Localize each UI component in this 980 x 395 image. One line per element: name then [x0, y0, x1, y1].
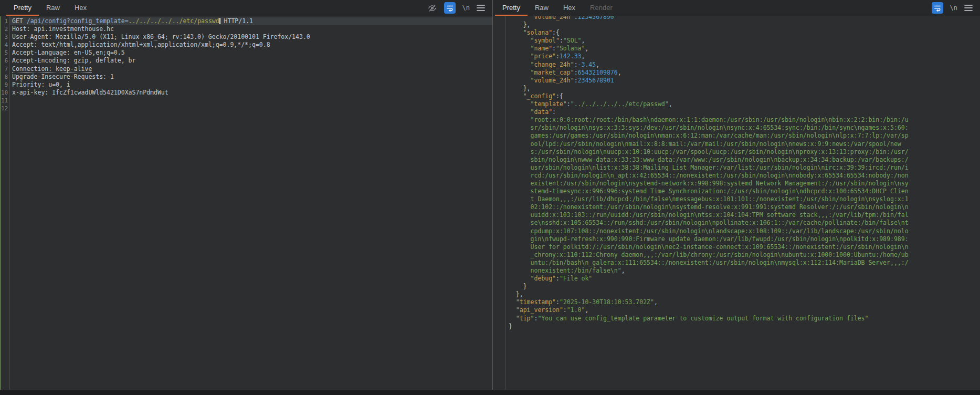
token: :	[574, 61, 578, 68]
token: "name"	[531, 45, 553, 52]
request-iconbar: \n	[427, 0, 492, 16]
code-line: Accept-Encoding: gzip, deflate, br	[10, 57, 492, 65]
tabbar-spacer	[620, 0, 932, 16]
token: HTTP/1.1	[220, 17, 253, 25]
token: ,	[596, 61, 599, 68]
token: }	[509, 323, 512, 330]
request-code-area[interactable]: GET /api/config?config_template=../../..…	[10, 16, 492, 390]
code-line: },	[505, 85, 909, 92]
token: GET	[12, 17, 27, 25]
code-line	[10, 105, 492, 112]
code-line: "data":	[505, 108, 909, 116]
token: "1.0"	[567, 306, 585, 314]
token: Host: api.investmenthouse.hc	[12, 25, 114, 33]
token: :{	[556, 92, 563, 100]
tab-pretty[interactable]: Pretty	[495, 0, 528, 16]
line-number: 7	[1, 65, 9, 73]
token: "Solana"	[556, 45, 585, 52]
soft-wrap-icon[interactable]	[932, 2, 943, 14]
line-number-gutter	[493, 16, 505, 390]
code-line: "solana":{	[505, 29, 909, 37]
token: ,	[581, 37, 585, 44]
token: :{	[552, 29, 560, 36]
code-line: "change_24h":-3.45,	[505, 61, 909, 69]
token: :	[574, 69, 578, 76]
newline-toggle-icon[interactable]: \n	[462, 4, 470, 12]
token: "root:x:0:0:root:/root:/bin/bash\ndaemon…	[531, 116, 909, 274]
code-line: "tip":"You can use config_template param…	[505, 315, 909, 323]
line-number: 2	[1, 25, 9, 33]
newline-toggle-icon[interactable]: \n	[950, 4, 957, 12]
token: "2025-10-30T18:10:53.702Z"	[560, 298, 654, 306]
code-line: Connection: keep-alive	[10, 65, 492, 73]
code-line: "name":"Solana",	[505, 45, 909, 53]
tab-hex[interactable]: Hex	[67, 0, 94, 16]
token: :	[556, 53, 560, 60]
token: },	[523, 21, 531, 28]
code-line: Priority: u=0, i	[10, 81, 492, 89]
token: "_config"	[523, 92, 556, 100]
request-editor[interactable]: 123456789101112 GET /api/config?config_t…	[0, 16, 492, 390]
tab-raw[interactable]: Raw	[528, 0, 556, 16]
token: :	[556, 298, 560, 306]
token: ,	[654, 298, 658, 306]
menu-icon[interactable]	[477, 4, 485, 12]
response-editor[interactable]: "volume_24h":1234567890},"solana":{"symb…	[493, 16, 980, 390]
token: ,	[581, 53, 585, 60]
token: x-api-key: IfcZf1cwadUWld5421D0XaS7nPdmd…	[12, 89, 168, 96]
request-tabbar: PrettyRawHex	[0, 0, 492, 16]
token: "You can use config_template parameter t…	[538, 315, 868, 322]
menu-icon[interactable]	[964, 4, 973, 12]
code-line	[10, 97, 492, 105]
code-line: "volume_24h":1234567890	[505, 16, 909, 21]
code-line: "symbol":"SOL",	[505, 37, 909, 45]
soft-wrap-icon[interactable]	[444, 2, 456, 14]
token: "template"	[531, 100, 567, 108]
code-line: GET /api/config?config_template=../../..…	[10, 17, 492, 25]
code-line: "root:x:0:0:root:/root:/bin/bash\ndaemon…	[505, 116, 909, 275]
code-line: Accept-Language: en-US,en;q=0.5	[10, 49, 492, 57]
code-line: "market_cap":65432109876,	[505, 69, 909, 77]
token: 1234567890	[578, 16, 614, 20]
response-tabbar: PrettyRawHexRender \n	[493, 0, 980, 16]
token: Connection: keep-alive	[12, 65, 92, 73]
token: "tip"	[516, 315, 534, 322]
code-line: Upgrade-Insecure-Requests: 1	[10, 73, 492, 81]
token: "File ok"	[560, 275, 592, 282]
code-line: }	[505, 283, 909, 290]
token: :	[560, 37, 563, 44]
token: Accept-Language: en-US,en;q=0.5	[12, 49, 125, 56]
token: /api/config?config_template=	[27, 17, 129, 25]
token: :	[563, 306, 567, 314]
token: 142.33	[560, 53, 582, 60]
token: :	[567, 100, 571, 108]
token: 65432109876	[578, 69, 618, 76]
response-code-area[interactable]: "volume_24h":1234567890},"solana":{"symb…	[505, 16, 980, 390]
token: Upgrade-Insecure-Requests: 1	[12, 73, 114, 80]
code-line: },	[505, 290, 909, 298]
eye-off-icon[interactable]	[427, 4, 437, 13]
code-line: Accept: text/html,application/xhtml+xml,…	[10, 41, 492, 49]
token: 2345678901	[578, 77, 614, 84]
tab-hex[interactable]: Hex	[556, 0, 583, 16]
line-number: 5	[1, 49, 9, 57]
token: "solana"	[523, 29, 552, 36]
line-number: 11	[1, 97, 9, 105]
line-number: 1	[1, 17, 9, 25]
token: "price"	[531, 53, 556, 60]
code-line: "price":142.33,	[505, 53, 909, 60]
token: "change_24h"	[531, 61, 574, 68]
line-number: 4	[1, 41, 9, 49]
token: Accept: text/html,application/xhtml+xml,…	[12, 41, 270, 48]
tab-raw[interactable]: Raw	[39, 0, 67, 16]
request-tabs: PrettyRawHex	[6, 0, 94, 16]
tab-pretty[interactable]: Pretty	[6, 0, 39, 16]
token: :	[574, 77, 578, 84]
tabbar-spacer	[94, 0, 427, 16]
code-line: "template":"../../../../../etc/passwd",	[505, 100, 909, 108]
line-number-gutter: 123456789101112	[1, 16, 10, 390]
token: },	[516, 290, 523, 298]
token: "data"	[531, 108, 553, 116]
token: ,	[621, 267, 625, 274]
token: :	[574, 16, 578, 20]
